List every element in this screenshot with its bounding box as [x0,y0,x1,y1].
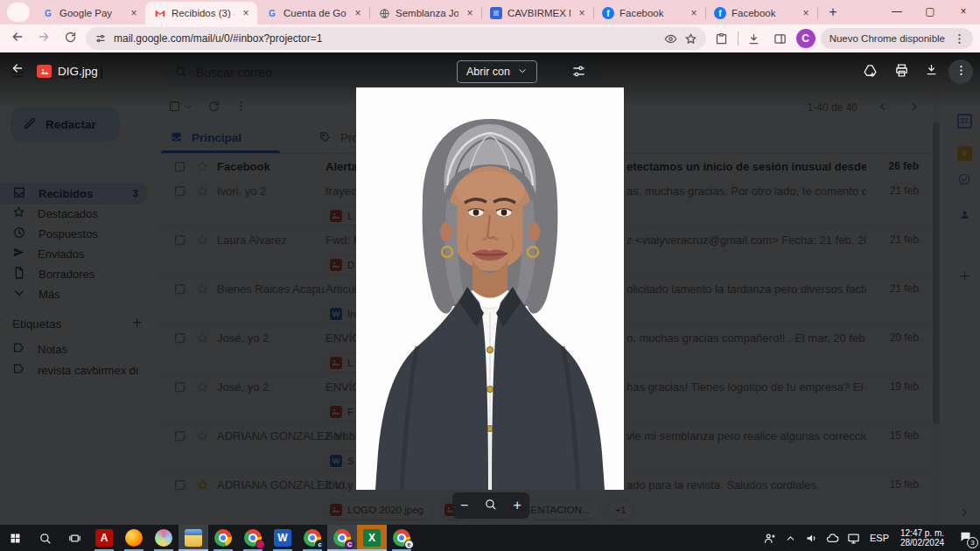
tab-label: Facebook [620,8,682,18]
profile-badge: e [404,540,414,549]
url-text[interactable]: mail.google.com/mail/u/0/#inbox?projecto… [114,32,657,45]
gmail-viewport: Gmail Buscar correo Redactar Recibidos3D… [0,52,980,525]
save-screenshot-icon[interactable] [711,28,732,49]
window-controls: — ▢ × [880,0,980,23]
zoom-out-button[interactable]: − [460,498,468,513]
forward-icon [37,30,51,47]
tab-close-icon[interactable]: × [128,7,140,19]
downloads-icon[interactable] [744,28,765,49]
print-icon[interactable] [894,63,909,81]
facebook-favicon: f [714,7,726,19]
profile-badge: C [345,540,354,549]
reload-button[interactable] [60,28,80,49]
tab-strip: GGoogle Pay×Recibidos (3) - cavbirm×GCue… [0,0,980,24]
open-with-button[interactable]: Abrir con [457,60,537,83]
tab-label: Google Pay [60,8,122,18]
gpay-favicon: G [42,7,54,19]
browser-tab-2[interactable]: Recibidos (3) - cavbirm× [145,2,257,24]
taskbar-task-view-icon[interactable] [60,525,89,551]
tab-close-icon[interactable]: × [352,7,364,19]
sheet-favicon [490,7,502,19]
zoom-in-button[interactable]: + [514,498,522,513]
download-image-icon[interactable] [925,63,938,80]
clock-time: 12:47 p. m. [896,528,948,538]
viewer-more-button[interactable] [948,59,973,84]
profile-avatar[interactable]: C [796,29,816,48]
chrome-update-chip[interactable]: Nuevo Chrome disponible [821,28,973,49]
minimize-button[interactable]: — [880,0,914,23]
taskbar-chrome[interactable] [208,525,238,551]
tab-close-icon[interactable]: × [688,7,700,19]
browser-tab-7[interactable]: fFacebook× [705,2,817,24]
tab-label: CAVBIRMEX DATOS GE [508,8,570,18]
taskbar-acrobat-icon[interactable]: A [89,525,119,551]
viewer-filename: DIG.jpg [58,65,98,78]
viewer-zoom-controls: − + [452,492,529,519]
taskbar-chrome-profile-c[interactable]: C [327,525,357,551]
tab-label: Recibidos (3) - cavbirm [172,8,234,18]
taskbar-search-icon[interactable] [30,525,60,551]
tab-label: Cuenta de Google [284,8,346,18]
tab-close-icon[interactable]: × [464,7,476,19]
hidden-icons-chevron[interactable] [780,525,802,551]
site-info-icon[interactable] [94,32,107,45]
taskbar-word-icon[interactable]: W [268,525,298,551]
facebook-favicon: f [602,7,614,19]
onedrive-error-icon[interactable] [822,525,844,551]
browser-tab-4[interactable]: Semblanza José Manu× [369,2,481,24]
browser-toolbar: mail.google.com/mail/u/0/#inbox?projecto… [0,24,980,52]
people-icon[interactable] [760,525,780,551]
zoom-lens-icon[interactable] [484,498,497,514]
language-indicator[interactable]: ESP [864,533,894,543]
close-button[interactable]: × [947,0,980,23]
taskbar-chrome-profile-e[interactable]: e [387,525,416,551]
browser-tab-1[interactable]: GGoogle Pay× [33,2,145,24]
action-center-button[interactable]: 3 [950,525,980,551]
image-file-icon [37,65,52,78]
network-display-icon[interactable] [844,525,864,551]
gmail-favicon [154,7,166,19]
browser-tab-5[interactable]: CAVBIRMEX DATOS GE× [481,2,593,24]
tab-close-icon[interactable]: × [576,7,588,19]
system-tray: ESP 12:47 p. m. 28/02/2024 3 [760,525,980,551]
viewer-back-button[interactable] [10,61,24,79]
tab-label: Semblanza José Manu [396,8,458,18]
browser-tab-3[interactable]: GCuenta de Google× [257,2,369,24]
new-tab-button[interactable]: + [822,2,844,23]
eye-icon[interactable] [664,32,677,45]
taskbar-clock[interactable]: 12:47 p. m. 28/02/2024 [894,528,950,548]
forward-button[interactable] [33,28,54,49]
taskbar-firefox-icon[interactable] [119,525,149,551]
back-button[interactable] [7,28,28,49]
bookmark-star-icon[interactable] [684,32,697,45]
address-bar[interactable]: mail.google.com/mail/u/0/#inbox?projecto… [86,27,706,50]
more-vert-icon [955,64,968,80]
taskbar-start-icon[interactable] [0,525,30,551]
chrome-logo-icon [214,529,232,547]
reload-icon [64,31,77,47]
tab-search-button[interactable] [7,3,30,22]
tune-icon[interactable] [571,64,586,82]
taskbar-chrome-profile-cav[interactable]: c [298,525,327,551]
taskbar-explorer-icon[interactable] [178,525,208,551]
tabs-container: GGoogle Pay×Recibidos (3) - cavbirm×GCue… [33,2,817,24]
screen: GGoogle Pay×Recibidos (3) - cavbirm×GCue… [0,0,980,551]
windows-taskbar: AWcCXe ESP 12:47 p. m. 28/02/2024 3 [0,525,980,551]
photo-image[interactable] [356,87,624,490]
portrait-woman-graphic [356,87,624,490]
side-panel-icon[interactable] [770,28,791,49]
taskbar-chrome-profile-pink[interactable] [238,525,268,551]
maximize-button[interactable]: ▢ [914,0,947,23]
add-to-drive-icon[interactable] [863,63,878,81]
taskbar-paint-icon[interactable] [149,525,178,551]
browser-tab-6[interactable]: fFacebook× [593,2,705,24]
attachment-viewer: DIG.jpg Abrir con [0,52,980,525]
tab-close-icon[interactable]: × [800,7,812,19]
taskbar-excel-icon[interactable]: X [357,525,387,551]
volume-icon[interactable] [802,525,822,551]
tab-close-icon[interactable]: × [240,7,252,19]
back-icon [10,30,24,47]
profile-badge [256,540,265,549]
chevron-down-icon [517,66,528,79]
browser-menu-icon[interactable] [948,28,970,49]
